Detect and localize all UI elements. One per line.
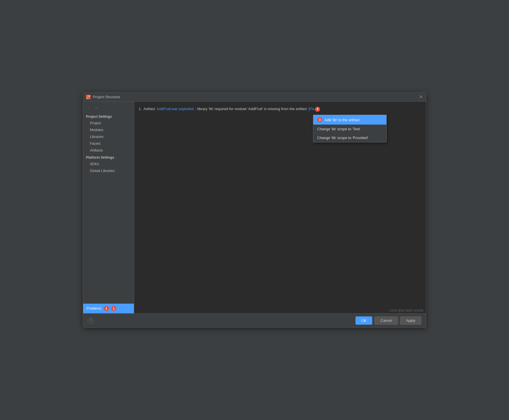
window-title: Project Structure (93, 95, 120, 99)
platform-settings-header: Platform Settings (83, 154, 134, 161)
footer-buttons: OK Cancel Apply (356, 316, 421, 325)
problems-badge-2: 1 (111, 306, 116, 311)
problem-number: 1. (139, 106, 142, 112)
sidebar-item-project[interactable]: Project (83, 120, 134, 127)
svg-rect-0 (87, 95, 88, 97)
ok-button[interactable]: OK (356, 316, 372, 325)
sidebar-item-libraries[interactable]: Libraries (83, 133, 134, 140)
forward-button[interactable]: → (93, 105, 99, 111)
close-button[interactable]: ✕ (418, 95, 423, 99)
svg-rect-2 (87, 97, 88, 99)
step-badge-3: 3 (317, 117, 322, 122)
svg-rect-1 (89, 95, 90, 97)
sidebar-item-facets[interactable]: Facets (83, 140, 134, 147)
dropdown-item-change-test-label: Change 'lib' scope to 'Test' (317, 127, 360, 131)
problem-line: 1. Artifact AddFruit:war exploded : libr… (139, 106, 421, 112)
svg-rect-3 (89, 97, 90, 99)
artifact-link[interactable]: AddFruit:war exploded (157, 106, 193, 112)
project-settings-header: Project Settings (83, 113, 134, 120)
sidebar-item-artifacts[interactable]: Artifacts (83, 147, 134, 154)
sidebar: ← → Project Settings Project Modules Lib… (83, 102, 134, 313)
project-structure-window: Project Structure ✕ ← → Project Settings… (83, 92, 426, 328)
apply-button[interactable]: Apply (400, 316, 421, 325)
footer: ? OK Cancel Apply (83, 313, 426, 327)
problem-prefix: Artifact (144, 106, 155, 112)
dropdown-item-add-lib-label: Add 'lib' to the artifact (325, 118, 359, 122)
dropdown-item-change-provided[interactable]: Change 'lib' scope to 'Provided' (313, 133, 386, 142)
dropdown-item-add-lib[interactable]: 3 Add 'lib' to the artifact (313, 115, 386, 125)
sidebar-item-sdks[interactable]: SDKs (83, 161, 134, 167)
dropdown-item-change-provided-label: Change 'lib' scope to 'Provided' (317, 136, 368, 140)
footer-left: ? (88, 318, 94, 324)
main-panel: 1. Artifact AddFruit:war exploded : libr… (134, 102, 426, 313)
watermark: CSDN @每天都学习的阿荣 (389, 309, 424, 313)
fix-link[interactable]: [Fix2 (308, 106, 320, 112)
sidebar-item-global-libraries[interactable]: Global Libraries (83, 167, 134, 174)
cancel-button[interactable]: Cancel (375, 316, 398, 325)
problems-label: Problems (87, 306, 102, 310)
fix-badge: 2 (315, 107, 320, 112)
fix-dropdown: 3 Add 'lib' to the artifact Change 'lib'… (313, 115, 387, 142)
problem-suffix: : library 'lib' required for module 'Add… (195, 106, 307, 112)
problems-badge-1: 1 (104, 306, 109, 311)
title-bar: Project Structure ✕ (83, 93, 426, 102)
dropdown-item-change-test[interactable]: Change 'lib' scope to 'Test' (313, 125, 386, 133)
title-bar-left: Project Structure (86, 95, 120, 99)
problems-bar[interactable]: Problems 1 1 (83, 304, 134, 313)
app-icon (86, 95, 91, 99)
sidebar-item-modules[interactable]: Modules (83, 127, 134, 133)
help-button[interactable]: ? (88, 318, 94, 324)
nav-toolbar: ← → (83, 104, 134, 113)
content-area: ← → Project Settings Project Modules Lib… (83, 102, 426, 313)
back-button[interactable]: ← (85, 105, 92, 111)
